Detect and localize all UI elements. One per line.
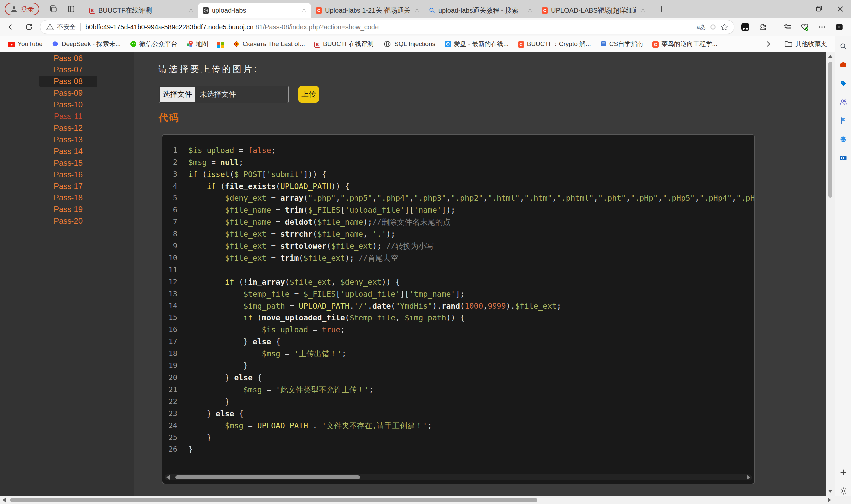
settings-menu-icon[interactable]: [816, 21, 828, 33]
translate-icon[interactable]: aあ: [697, 23, 706, 31]
bookmark-sql-injections[interactable]: SQL Injections: [380, 38, 439, 50]
search-icon[interactable]: [838, 41, 848, 51]
pass-menu-column: Pass-06Pass-07Pass-08Pass-09Pass-10Pass-…: [0, 52, 134, 496]
sidebar-item-pass-17[interactable]: Pass-17: [39, 181, 97, 192]
sidebar-item-pass-08[interactable]: Pass-08: [39, 76, 97, 87]
bookmark-buuctf-[interactable]: BBUUCTF在线评测: [311, 38, 377, 50]
flag-icon[interactable]: [838, 116, 848, 126]
reading-mode-icon[interactable]: [709, 23, 717, 31]
tab-upload-labs---[interactable]: upload-labs通关教程 - 搜索: [424, 3, 537, 18]
browser-essentials-icon[interactable]: [798, 21, 811, 33]
bookmark-microsoft-icon[interactable]: [214, 38, 228, 50]
scroll-right-arrow-icon[interactable]: [747, 475, 750, 480]
sidebar-item-pass-12[interactable]: Pass-12: [39, 122, 97, 134]
gear-icon[interactable]: [838, 486, 848, 496]
extensions-puzzle-icon[interactable]: [756, 21, 769, 33]
sidebar-toggle-icon[interactable]: [833, 21, 846, 33]
outlook-icon[interactable]: [838, 153, 848, 163]
code-line: 6 $file_name = trim($_FILES['upload_file…: [162, 204, 754, 216]
plus-icon[interactable]: [838, 467, 848, 478]
tab-close-icon[interactable]: [526, 6, 534, 15]
aipan-icon: [445, 40, 451, 47]
other-favorites-folder[interactable]: 其他收藏夹: [781, 38, 830, 50]
favorites-list-icon[interactable]: [781, 21, 794, 33]
bookmark-label: 菜鸟的逆向工程学...: [661, 39, 717, 48]
scroll-up-arrow-icon[interactable]: [828, 55, 833, 58]
bookmark--[interactable]: 地图: [183, 38, 212, 50]
file-input[interactable]: 选择文件 未选择文件: [159, 86, 289, 103]
csdn-icon: C: [542, 7, 548, 14]
code-text: $file_name = trim($_FILES['upload_file']…: [182, 204, 455, 216]
vertical-scrollbar-thumb[interactable]: [828, 61, 832, 198]
scroll-left-arrow-icon[interactable]: [3, 497, 6, 503]
sidebar-item-pass-20[interactable]: Pass-20: [39, 215, 97, 227]
bookmark--[interactable]: 微信公众平台: [127, 38, 181, 50]
bookmark-deepseek---[interactable]: DeepSeek - 探索未...: [49, 38, 124, 50]
page-vertical-scrollbar[interactable]: [826, 52, 835, 496]
bookmark--the-last-of-[interactable]: Скачать The Last of...: [230, 39, 308, 49]
sidebar-item-pass-14[interactable]: Pass-14: [39, 146, 97, 157]
new-tab-button[interactable]: [655, 2, 668, 16]
extension-shortcut-icon[interactable]: [739, 21, 751, 33]
sidebar-item-pass-19[interactable]: Pass-19: [39, 204, 97, 215]
code-scrollbar-thumb[interactable]: [175, 475, 360, 480]
bookmark-youtube[interactable]: YouTube: [5, 39, 46, 49]
close-button[interactable]: [830, 0, 851, 18]
minimize-button[interactable]: [787, 0, 809, 18]
bookmark-label: BUUCTF：Crypto 解...: [527, 39, 591, 48]
upload-submit-button[interactable]: 上传: [298, 86, 319, 103]
scroll-left-arrow-icon[interactable]: [166, 475, 170, 480]
bookmark-cs-[interactable]: CS自学指南: [597, 38, 646, 50]
sphere-icon[interactable]: [838, 134, 848, 144]
tab-close-icon[interactable]: [300, 6, 308, 15]
url-text[interactable]: b0bffc49-175d-41b0-994a-589c2283bdf7.nod…: [86, 23, 693, 31]
sidebar-item-pass-13[interactable]: Pass-13: [39, 134, 97, 145]
code-text: $msg = '此文件类型不允许上传！';: [182, 384, 374, 396]
tab-buuctf-[interactable]: BBUUCTF在线评测: [85, 3, 198, 18]
code-horizontal-scrollbar[interactable]: [165, 474, 752, 480]
choose-file-button[interactable]: 选择文件: [160, 87, 195, 102]
bookmark----[interactable]: 爱盘 - 最新的在线...: [441, 38, 512, 50]
code-text: }: [182, 444, 193, 455]
bing-search-icon: [429, 7, 435, 14]
tab-upload-labs-1-21-[interactable]: CUpload-labs 1-21关 靶场通关攻略...: [311, 3, 424, 18]
sidebar-item-pass-11[interactable]: Pass-11: [39, 111, 97, 122]
sidebar-item-pass-10[interactable]: Pass-10: [39, 99, 97, 110]
code-line: 11: [162, 264, 754, 276]
profile-button[interactable]: 登录: [5, 3, 39, 15]
sidebar-item-pass-06[interactable]: Pass-06: [39, 53, 97, 64]
csdn-icon: C: [316, 7, 322, 14]
address-bar[interactable]: 不安全 b0bffc49-175d-41b0-994a-589c2283bdf7…: [40, 20, 734, 34]
m365-icon[interactable]: [838, 60, 848, 70]
tab-upload-labs[interactable]: upload-labs: [198, 3, 311, 18]
bookmarks-overflow-chevron-icon[interactable]: [764, 39, 773, 48]
scroll-right-arrow-icon[interactable]: [828, 497, 831, 503]
bookmark--[interactable]: C菜鸟的逆向工程学...: [649, 38, 721, 50]
horizontal-scrollbar-thumb[interactable]: [10, 498, 537, 502]
tab-close-icon[interactable]: [187, 6, 195, 15]
sidebar-item-pass-15[interactable]: Pass-15: [39, 157, 97, 168]
security-label[interactable]: 不安全: [57, 23, 76, 31]
bookmark-buuctf-crypto-[interactable]: CBUUCTF：Crypto 解...: [515, 38, 594, 50]
sidebar-item-pass-18[interactable]: Pass-18: [39, 192, 97, 203]
sidebar-item-pass-07[interactable]: Pass-07: [39, 64, 97, 75]
sidebar-item-pass-09[interactable]: Pass-09: [39, 87, 97, 99]
tab-upload-labs-[interactable]: CUPLOAD-LABS靶场[超详细通关教...: [537, 3, 650, 18]
tab-close-icon[interactable]: [639, 6, 648, 15]
shopping-tag-icon[interactable]: [838, 78, 848, 88]
sidebar-item-pass-16[interactable]: Pass-16: [39, 169, 97, 180]
tab-list-icon[interactable]: [65, 2, 78, 16]
tab-close-icon[interactable]: [413, 6, 421, 15]
back-button[interactable]: [5, 21, 18, 33]
csdn-icon: C: [653, 40, 659, 48]
main-area: 请选择要上传的图片: 选择文件 未选择文件 上传 代码 1$is_upload …: [134, 52, 826, 496]
scroll-down-arrow-icon[interactable]: [828, 490, 833, 493]
workspaces-icon[interactable]: [47, 2, 60, 16]
favorite-star-icon[interactable]: [720, 23, 729, 31]
people-icon[interactable]: [838, 97, 848, 107]
code-line: 7 $file_name = deldot($file_name);//删除文件…: [162, 216, 754, 228]
wechat-icon: [130, 40, 137, 47]
restore-button[interactable]: [809, 0, 830, 18]
page-horizontal-scrollbar[interactable]: [0, 496, 851, 504]
refresh-button[interactable]: [23, 21, 35, 33]
